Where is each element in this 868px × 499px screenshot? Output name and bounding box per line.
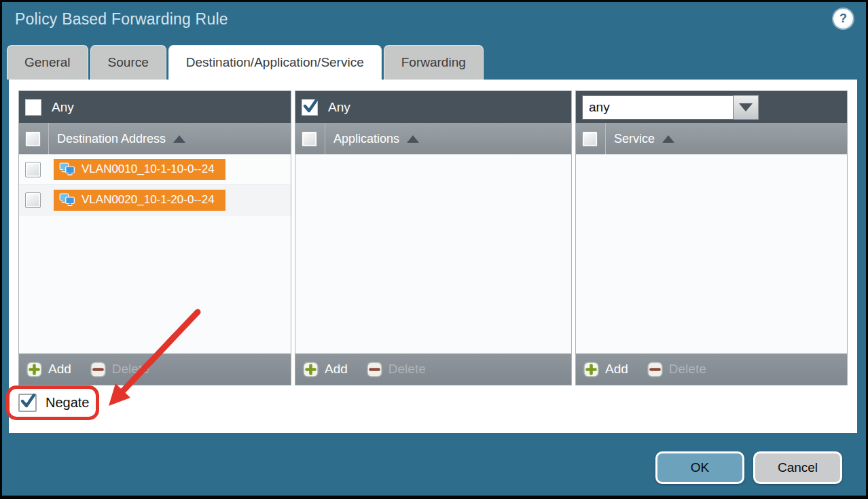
tab-forwarding[interactable]: Forwarding [384,45,484,80]
delete-button[interactable]: Delete [367,362,426,377]
service-header-label: Service [614,132,655,146]
divider [605,123,606,154]
delete-button[interactable]: Delete [90,362,149,377]
service-dropdown-value[interactable]: any [582,95,734,120]
destination-select-all-checkbox[interactable] [25,131,41,147]
applications-any-checkbox[interactable] [302,99,318,116]
delete-icon [90,362,106,377]
service-dropdown: any [582,95,759,120]
address-object-label: VLAN0020_10-1-20-0--24 [82,193,215,207]
row-checkbox[interactable] [25,162,41,177]
add-label: Add [325,362,348,377]
service-list [576,154,847,354]
destination-any-checkbox[interactable] [25,99,41,116]
applications-header-label: Applications [333,132,399,146]
list-item: VLAN0010_10-1-10-0--24 [19,154,291,185]
list-item: VLAN0020_10-1-20-0--24 [19,185,291,216]
delete-icon [647,362,663,377]
checkmark-icon [302,97,319,115]
delete-button[interactable]: Delete [647,362,706,377]
sort-asc-icon [662,135,674,143]
sort-asc-icon [407,135,419,143]
network-icon [59,162,75,176]
destination-list: VLAN0010_10-1-10-0--24 VLAN0020_10-1-20-… [19,154,291,354]
help-icon[interactable]: ? [833,9,853,29]
applications-column-header[interactable]: Applications [295,123,571,154]
ok-button[interactable]: OK [655,451,744,484]
service-dropdown-bar: any [576,91,847,123]
add-icon [583,362,599,377]
tab-general[interactable]: General [7,45,88,80]
destination-address-column: Any Destination Address [18,90,291,385]
service-footer: Add Delete [576,354,847,385]
address-object-label: VLAN0010_10-1-10-0--24 [82,162,215,176]
negate-label: Negate [46,395,90,411]
divider [325,123,325,154]
add-button[interactable]: Add [26,362,71,377]
applications-footer: Add Delete [295,354,571,385]
destination-any-label: Any [52,100,74,115]
dropdown-button[interactable] [734,95,759,120]
service-select-all-checkbox[interactable] [582,131,598,147]
add-label: Add [48,362,71,377]
applications-select-all-checkbox[interactable] [302,131,317,147]
add-label: Add [605,362,628,377]
divider [48,123,49,154]
sort-asc-icon [173,135,185,143]
add-button[interactable]: Add [303,362,348,377]
address-object[interactable]: VLAN0010_10-1-10-0--24 [54,159,225,180]
negate-checkbox[interactable] [18,394,37,412]
destination-column-header[interactable]: Destination Address [19,123,291,154]
delete-label: Delete [669,362,706,377]
add-icon [303,362,319,377]
add-icon [26,362,42,377]
delete-icon [367,362,382,377]
row-checkbox[interactable] [25,192,41,208]
destination-any-bar: Any [19,91,291,123]
service-column-header[interactable]: Service [576,123,847,154]
applications-list [295,154,571,354]
tab-destination-application-service[interactable]: Destination/Application/Service [168,45,382,80]
add-button[interactable]: Add [583,362,628,377]
tab-bar: General Source Destination/Application/S… [7,45,484,80]
page-title: Policy Based Forwarding Rule [15,10,228,29]
cancel-button[interactable]: Cancel [753,451,842,484]
service-column: any Service Add [575,90,848,385]
destination-header-label: Destination Address [57,132,166,146]
tab-content-panel: Any Destination Address [9,80,857,433]
applications-any-bar: Any [295,91,571,123]
checkmark-icon [19,392,37,410]
delete-label: Delete [388,362,426,377]
chevron-down-icon [739,103,753,111]
applications-any-label: Any [328,100,350,115]
destination-footer: Add Delete [19,354,291,385]
network-icon [59,193,75,207]
delete-label: Delete [112,362,149,377]
tab-source[interactable]: Source [90,45,166,80]
address-object[interactable]: VLAN0020_10-1-20-0--24 [54,190,225,211]
negate-highlight-annotation: Negate [6,385,99,420]
applications-column: Any Applications Add Delete [295,90,572,385]
